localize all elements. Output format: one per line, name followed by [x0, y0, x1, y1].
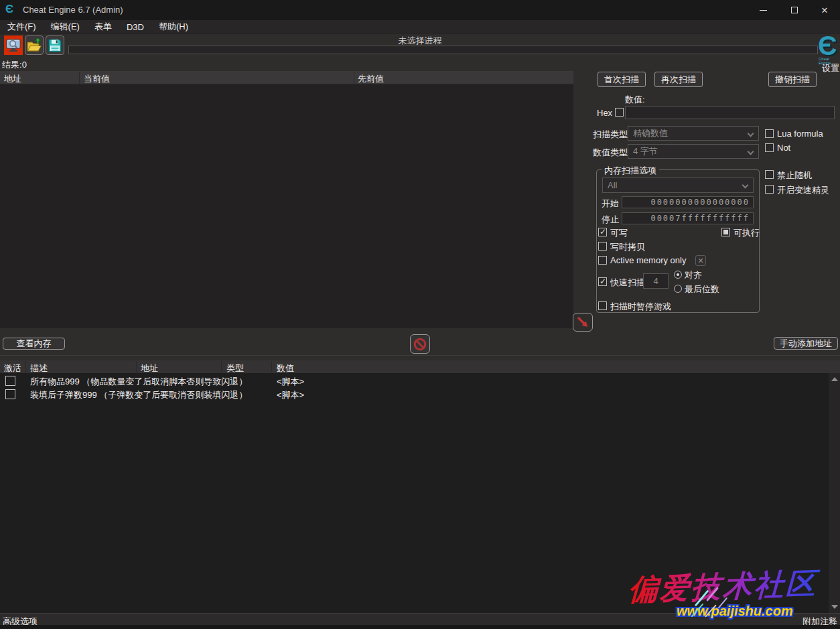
column-current-value[interactable]: 当前值 [84, 73, 110, 85]
row-value: <脚本> [277, 389, 304, 401]
menu-help[interactable]: 帮助(H) [151, 20, 196, 34]
row-description: 所有物品999 （物品数量变了后取消脚本否则导致闪退） [30, 376, 247, 388]
first-scan-button[interactable]: 首次扫描 [598, 72, 646, 87]
close-icon: ✕ [821, 5, 829, 15]
column-address[interactable]: 地址 [4, 73, 21, 85]
no-random-checkbox[interactable] [765, 170, 774, 179]
value-label: 数值: [625, 94, 645, 106]
memory-scan-options-title: 内存扫描选项 [602, 165, 659, 177]
writable-checkbox[interactable] [598, 228, 607, 236]
copy-on-write-label: 写时拷贝 [610, 241, 645, 253]
menubar: 文件(F) 编辑(E) 表单 D3D 帮助(H) [0, 20, 840, 34]
scan-type-dropdown[interactable]: 精确数值 [628, 126, 759, 141]
view-memory-button[interactable]: 查看内存 [3, 338, 65, 350]
table-row[interactable]: 所有物品999 （物品数量变了后取消脚本否则导致闪退） <脚本> [0, 374, 829, 388]
fast-scan-checkbox[interactable] [598, 277, 607, 286]
chevron-down-icon [748, 131, 754, 137]
pause-game-label: 扫描时暂停游戏 [610, 301, 671, 313]
activate-checkbox[interactable] [5, 389, 15, 399]
bottom-shadow [0, 625, 840, 629]
scan-progressbar [68, 46, 818, 54]
executable-label: 可执行 [733, 227, 760, 239]
close-button[interactable]: ✕ [809, 0, 840, 20]
results-count: 结果:0 [2, 59, 27, 71]
no-random-label: 禁止随机 [777, 169, 812, 182]
table-row[interactable]: 装填后子弹数999 （子弹数变了后要取消否则装填闪退） <脚本> [0, 388, 829, 401]
writable-label: 可写 [610, 227, 628, 239]
minimize-button[interactable] [748, 0, 778, 20]
scroll-down-icon[interactable] [831, 605, 838, 609]
lua-formula-checkbox[interactable] [765, 129, 774, 138]
copy-on-write-checkbox[interactable] [598, 242, 607, 251]
speedhack-label: 开启变速精灵 [777, 184, 829, 196]
stop-scan-button[interactable] [410, 334, 430, 354]
row-value: <脚本> [277, 376, 304, 388]
hex-label: Hex [597, 108, 612, 118]
settings-link[interactable]: 设置 [822, 62, 839, 74]
speedhack-checkbox[interactable] [765, 185, 774, 194]
value-type-label: 数值类型 [593, 147, 628, 159]
start-label: 开始 [602, 198, 619, 210]
lua-formula-label: Lua formula [777, 129, 823, 139]
row-description: 装填后子弹数999 （子弹数变了后要取消否则装填闪退） [30, 389, 247, 401]
fast-scan-alignment-input[interactable]: 4 [643, 273, 669, 289]
column-divider[interactable] [25, 361, 26, 372]
last-digits-label: 最后位数 [685, 283, 719, 295]
scroll-up-icon[interactable] [831, 377, 838, 381]
hex-checkbox[interactable] [615, 108, 624, 117]
pause-game-checkbox[interactable] [598, 301, 607, 310]
last-digits-radio[interactable] [674, 285, 682, 293]
not-checkbox[interactable] [765, 143, 774, 152]
scan-value-input[interactable] [625, 106, 835, 119]
active-memory-only-label: Active memory only [610, 255, 686, 265]
menu-d3d[interactable]: D3D [119, 20, 151, 34]
active-memory-only-checkbox[interactable] [598, 256, 607, 265]
not-label: Not [777, 143, 790, 153]
maximize-button[interactable] [779, 0, 810, 20]
scan-type-value: 精确数值 [633, 127, 668, 139]
scan-type-label: 扫描类型 [593, 129, 628, 141]
column-divider[interactable] [354, 72, 354, 84]
cheat-engine-window: Є Cheat Engine 6.7 (Admin) ✕ 文件(F) 编辑(E)… [0, 0, 840, 629]
column-divider[interactable] [79, 72, 80, 84]
next-scan-button[interactable]: 再次扫描 [654, 72, 703, 87]
value-type-dropdown[interactable]: 4 字节 [628, 144, 759, 159]
column-divider[interactable] [136, 361, 137, 372]
scan-table-header: 地址 当前值 先前值 [0, 71, 573, 84]
stop-address-input[interactable]: 00007fffffffffff [622, 212, 754, 224]
results-value: 0 [22, 60, 27, 70]
start-address-input[interactable]: 0000000000000000 [622, 196, 754, 208]
red-arrow-down-right-icon [575, 315, 590, 330]
activate-checkbox[interactable] [5, 376, 15, 386]
column-divider[interactable] [221, 361, 222, 372]
clear-active-memory-button[interactable]: ✕ [695, 255, 706, 266]
copy-to-addresslist-button[interactable] [573, 313, 593, 332]
titlebar: Є Cheat Engine 6.7 (Admin) ✕ [0, 0, 840, 20]
scan-results-list[interactable] [0, 84, 573, 328]
menu-edit[interactable]: 编辑(E) [44, 20, 87, 34]
column-previous-value[interactable]: 先前值 [358, 73, 384, 85]
watermark-url: www.paijishu.com [677, 604, 793, 619]
address-list-header: 激活 描述 地址 类型 数值 [0, 360, 840, 373]
fast-scan-label: 快速扫描 [610, 277, 645, 289]
maximize-icon [791, 7, 798, 13]
undo-scan-button[interactable]: 撤销扫描 [768, 72, 817, 87]
memory-region-dropdown[interactable]: All [602, 178, 754, 193]
add-address-manually-button[interactable]: 手动添加地址 [774, 337, 838, 350]
memory-region-value: All [608, 180, 617, 190]
chevron-down-icon [742, 182, 749, 189]
executable-checkbox[interactable] [721, 228, 730, 236]
column-divider[interactable] [271, 361, 272, 372]
menu-table[interactable]: 表单 [87, 20, 119, 34]
close-icon: ✕ [697, 257, 703, 265]
window-title: Cheat Engine 6.7 (Admin) [23, 5, 123, 15]
align-radio[interactable] [674, 271, 682, 279]
chevron-down-icon [748, 149, 754, 155]
stop-label: 停止 [602, 214, 619, 226]
cheat-engine-logo-icon[interactable]: Є [818, 32, 839, 60]
results-label: 结果: [2, 60, 22, 70]
align-label: 对齐 [685, 269, 702, 281]
app-logo-icon: Є [5, 3, 19, 17]
menu-file[interactable]: 文件(F) [0, 20, 44, 34]
no-entry-icon [413, 337, 427, 352]
